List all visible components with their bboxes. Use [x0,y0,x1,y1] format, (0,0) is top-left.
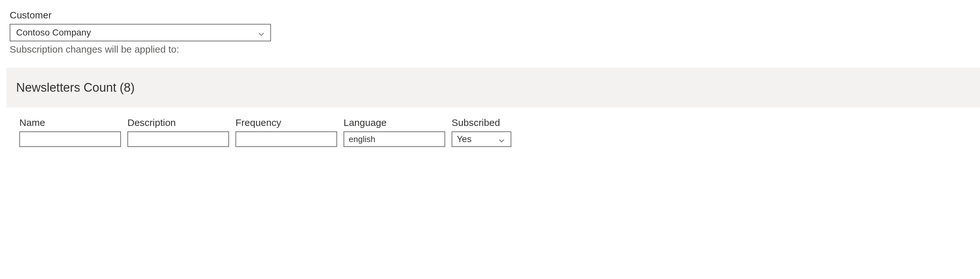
customer-field: Customer Contoso Company Subscription ch… [10,10,970,55]
chevron-down-icon [258,29,264,36]
name-label: Name [19,117,121,128]
chevron-down-icon [498,136,505,142]
filter-col-language: Language [344,117,445,147]
customer-dropdown[interactable]: Contoso Company [10,24,271,41]
frequency-label: Frequency [235,117,337,128]
filter-col-frequency: Frequency [235,117,337,147]
customer-label: Customer [10,10,970,21]
subscribed-label: Subscribed [452,117,511,128]
customer-value: Contoso Company [16,27,91,38]
frequency-input[interactable] [235,131,337,147]
filter-col-description: Description [127,117,229,147]
language-input[interactable] [344,131,445,147]
language-label: Language [344,117,445,128]
subscribed-value: Yes [457,134,472,144]
newsletters-section-header: Newsletters Count (8) [6,68,980,108]
subscribed-select[interactable]: Yes [452,131,511,147]
newsletters-section-title: Newsletters Count (8) [16,81,970,95]
description-input[interactable] [127,131,229,147]
customer-helper-text: Subscription changes will be applied to: [10,44,970,55]
filter-col-name: Name [19,117,121,147]
filter-row: Name Description Frequency Language Subs… [10,117,970,147]
name-input[interactable] [19,131,121,147]
filter-col-subscribed: Subscribed Yes [452,117,511,147]
description-label: Description [127,117,229,128]
